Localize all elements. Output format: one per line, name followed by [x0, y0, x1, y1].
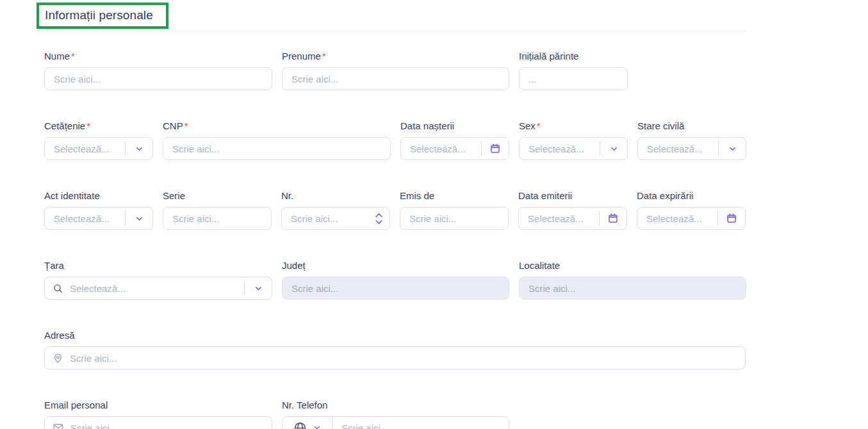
field-data-nasterii: Data nașterii [400, 120, 509, 160]
field-data-expirarii: Data expirării [637, 190, 746, 230]
prenume-input[interactable] [283, 68, 509, 90]
field-judet: Județ [282, 260, 509, 300]
nr-label: Nr. [281, 190, 390, 201]
envelope-icon [53, 422, 64, 429]
emis-de-label: Emis de [400, 190, 509, 201]
nume-input[interactable] [45, 68, 272, 90]
section-divider [35, 31, 746, 31]
search-icon [53, 283, 63, 294]
field-serie: Serie [163, 190, 272, 230]
personal-info-section: Informații personale Nume* Prenume* [35, 0, 746, 429]
chevron-down-icon[interactable] [719, 138, 746, 159]
stare-civila-select[interactable] [637, 137, 746, 160]
nr-number-input[interactable] [282, 207, 375, 229]
field-email-personal: Email personal [44, 400, 272, 429]
serie-label: Serie [163, 190, 272, 201]
act-identitate-select-value[interactable] [45, 207, 125, 229]
emis-de-input-wrap [400, 207, 509, 230]
initiala-parinte-input[interactable] [520, 68, 627, 90]
tara-search-select[interactable] [44, 277, 272, 300]
calendar-icon[interactable] [482, 138, 509, 159]
sex-select[interactable] [519, 137, 628, 160]
chevron-down-icon[interactable] [126, 207, 152, 229]
field-emis-de: Emis de [400, 190, 509, 230]
required-asterisk: * [184, 120, 188, 131]
cetatenie-select[interactable] [44, 137, 153, 160]
personal-info-fields: Nume* Prenume* Inițială părinte [44, 51, 746, 429]
prenume-label: Prenume* [282, 51, 509, 61]
chevron-down-icon[interactable] [245, 277, 272, 299]
annotation-highlight-box: Informații personale [37, 3, 168, 29]
data-emiterii-value[interactable] [519, 207, 599, 229]
initiala-parinte-input-wrap [519, 67, 628, 90]
page-title: Informații personale [45, 8, 153, 22]
email-personal-input[interactable] [64, 417, 272, 429]
cnp-label: CNP* [163, 120, 391, 131]
email-personal-label: Email personal [44, 400, 272, 410]
calendar-icon[interactable] [600, 207, 626, 229]
globe-icon [293, 421, 307, 429]
tara-label: Țara [44, 260, 272, 271]
form-row-3: Act identitate Serie [44, 190, 746, 230]
localitate-input-wrap [519, 277, 746, 300]
chevron-down-icon[interactable] [375, 220, 383, 225]
adresa-input[interactable] [63, 347, 745, 369]
nume-input-wrap [44, 67, 272, 90]
act-identitate-label: Act identitate [44, 190, 153, 201]
cetatenie-select-value[interactable] [45, 138, 125, 159]
stare-civila-label: Stare civilă [637, 120, 746, 131]
prenume-input-wrap [282, 67, 509, 90]
data-expirarii-datepicker[interactable] [637, 207, 746, 230]
data-nasterii-value[interactable] [401, 138, 481, 159]
localitate-input [520, 277, 746, 299]
tara-search-input[interactable] [63, 277, 244, 299]
initiala-parinte-label: Inițială părinte [519, 51, 628, 61]
nr-telefon-input[interactable] [332, 417, 509, 429]
chevron-down-icon[interactable] [600, 138, 627, 159]
field-initiala-parinte: Inițială părinte [519, 51, 628, 90]
sex-select-value[interactable] [520, 138, 600, 159]
form-row-4: Țara Județ [44, 260, 746, 300]
act-identitate-select[interactable] [44, 207, 153, 230]
field-sex: Sex* [519, 120, 628, 160]
data-expirarii-value[interactable] [637, 207, 717, 229]
chevron-down-icon [313, 423, 322, 429]
sex-label: Sex* [519, 120, 628, 131]
serie-input-wrap [163, 207, 272, 230]
form-row-1: Nume* Prenume* Inițială părinte [44, 51, 746, 90]
chevron-down-icon[interactable] [126, 138, 152, 159]
required-asterisk: * [86, 120, 90, 131]
personal-info-form-page: Informații personale Nume* Prenume* [0, 0, 868, 429]
field-cnp: CNP* [163, 120, 391, 160]
cetatenie-label: Cetățenie* [44, 120, 153, 131]
stare-civila-select-value[interactable] [638, 138, 718, 159]
data-emiterii-datepicker[interactable] [518, 207, 627, 230]
chevron-up-icon[interactable] [375, 212, 383, 218]
nr-number-input-wrap [281, 207, 390, 230]
field-act-identitate: Act identitate [44, 190, 153, 230]
field-localitate: Localitate [519, 260, 746, 300]
calendar-icon[interactable] [718, 207, 745, 229]
serie-input[interactable] [163, 207, 271, 229]
nr-telefon-label: Nr. Telefon [282, 400, 509, 410]
field-cetatenie: Cetățenie* [44, 120, 153, 160]
email-personal-input-wrap [44, 416, 272, 429]
judet-label: Județ [282, 260, 509, 271]
required-asterisk: * [537, 120, 541, 131]
phone-country-selector[interactable] [283, 417, 332, 429]
emis-de-input[interactable] [400, 207, 508, 229]
field-nume: Nume* [44, 51, 272, 90]
field-adresa: Adresă [44, 330, 746, 369]
nr-telefon-input-wrap [282, 416, 509, 429]
field-nr: Nr. [281, 190, 390, 230]
data-expirarii-label: Data expirării [637, 190, 746, 201]
cnp-input[interactable] [163, 138, 390, 159]
form-row-6: Email personal Nr. Telefon [44, 400, 746, 429]
data-nasterii-datepicker[interactable] [400, 137, 509, 160]
field-stare-civila: Stare civilă [637, 120, 746, 160]
data-nasterii-label: Data nașterii [400, 120, 509, 131]
field-tara: Țara [44, 260, 272, 300]
field-data-emiterii: Data emiterii [518, 190, 627, 230]
number-stepper [375, 212, 383, 225]
adresa-label: Adresă [44, 330, 746, 341]
